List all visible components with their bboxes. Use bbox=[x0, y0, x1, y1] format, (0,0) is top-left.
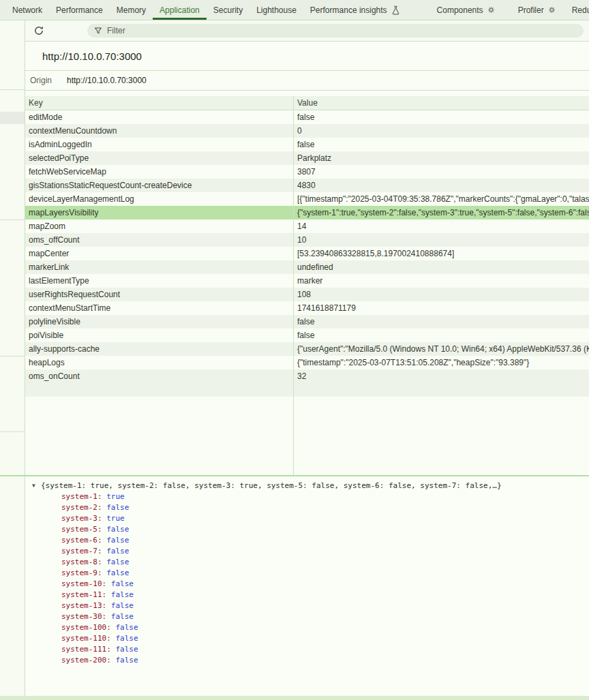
preview-entry[interactable]: system-9: false bbox=[25, 568, 589, 579]
table-row[interactable]: ally-supports-cache{"userAgent":"Mozilla… bbox=[25, 342, 589, 356]
tab-lighthouse[interactable]: Lighthouse bbox=[250, 0, 303, 20]
preview-entry-value: false bbox=[106, 547, 129, 556]
datagrid-rows: editModefalsecontextMenuCountdown0isAdmi… bbox=[25, 110, 589, 397]
table-row[interactable]: userRightsRequestCount108 bbox=[25, 288, 589, 301]
preview-entry[interactable]: system-30: false bbox=[25, 611, 589, 622]
tab-label: Components bbox=[437, 5, 483, 15]
preview-entry[interactable]: system-10: false bbox=[25, 579, 589, 590]
table-row[interactable]: mapLayersVisibility{"system-1":true,"sys… bbox=[25, 206, 589, 219]
preview-entry[interactable]: system-7: false bbox=[25, 546, 589, 557]
table-row[interactable]: isAdminLoggedInfalse bbox=[25, 138, 589, 151]
table-row[interactable]: oms_offCount10 bbox=[25, 233, 589, 247]
preview-entry-key: system-200: bbox=[61, 656, 115, 665]
row-value: false bbox=[293, 329, 589, 342]
preview-entry[interactable]: system-8: false bbox=[25, 557, 589, 568]
row-value: {"userAgent":"Mozilla/5.0 (Windows NT 10… bbox=[293, 342, 589, 356]
devtools-tab-bar: NetworkPerformanceMemoryApplicationSecur… bbox=[0, 0, 589, 20]
preview-entry-value: false bbox=[106, 536, 129, 545]
sidebar-collapsed-gutter[interactable] bbox=[0, 20, 25, 696]
expand-triangle-icon[interactable]: ▼ bbox=[32, 481, 41, 491]
table-row[interactable]: editModefalse bbox=[25, 110, 589, 124]
preview-entry-value: false bbox=[111, 579, 134, 588]
preview-entry[interactable]: system-6: false bbox=[25, 535, 589, 546]
preview-entry-key: system-5: bbox=[61, 525, 106, 534]
row-value: 108 bbox=[293, 288, 589, 301]
column-divider[interactable] bbox=[293, 96, 294, 475]
preview-entry-key: system-3: bbox=[61, 514, 106, 523]
preview-entry[interactable]: system-111: false bbox=[25, 644, 589, 655]
tab-profiler[interactable]: Profiler bbox=[511, 0, 562, 20]
datagrid-header[interactable]: Key Value bbox=[25, 96, 589, 110]
row-key: oms_offCount bbox=[25, 233, 293, 247]
tab-label: Performance insights bbox=[310, 5, 387, 15]
table-row[interactable]: markerLinkundefined bbox=[25, 260, 589, 274]
preview-summary-row[interactable]: ▼{system-1: true, system-2: false, syste… bbox=[25, 481, 589, 491]
tab-label: Network bbox=[12, 5, 42, 15]
value-column-header[interactable]: Value bbox=[293, 96, 589, 110]
refresh-button[interactable] bbox=[31, 23, 46, 38]
preview-entry-key: system-10: bbox=[61, 579, 111, 588]
row-value: 4830 bbox=[293, 179, 589, 192]
row-value: [{"timestamp":"2025-03-04T09:35:38.786Z"… bbox=[293, 192, 589, 206]
row-key: mapZoom bbox=[25, 219, 293, 233]
preview-entry[interactable]: system-5: false bbox=[25, 524, 589, 535]
storage-toolbar: Filter bbox=[25, 20, 589, 42]
gutter-selected-item bbox=[0, 112, 25, 124]
table-row[interactable]: oms_onCount32 bbox=[25, 369, 589, 383]
table-row[interactable]: deviceLayerManagementLog[{"timestamp":"2… bbox=[25, 192, 589, 206]
row-key: lastElementType bbox=[25, 274, 293, 288]
preview-entry[interactable]: system-1: true bbox=[25, 491, 589, 502]
row-value: 3807 bbox=[293, 165, 589, 179]
preview-entry[interactable]: system-110: false bbox=[25, 633, 589, 644]
table-row[interactable]: contextMenuStartTime1741618871179 bbox=[25, 301, 589, 315]
table-row[interactable]: selectedPoiTypeParkplatz bbox=[25, 151, 589, 165]
preview-entry-key: system-6: bbox=[61, 536, 106, 545]
row-key: ally-supports-cache bbox=[25, 342, 293, 356]
preview-entry-key: system-7: bbox=[61, 547, 106, 556]
preview-entry-value: false bbox=[111, 601, 134, 610]
origin-value: http://10.10.0.70:3000 bbox=[67, 76, 147, 85]
tab-network[interactable]: Network bbox=[5, 0, 49, 20]
gutter-divider bbox=[0, 89, 25, 90]
tab-application[interactable]: Application bbox=[153, 0, 207, 20]
tab-performance-insights[interactable]: Performance insights bbox=[303, 0, 407, 20]
gutter-divider bbox=[0, 356, 25, 356]
row-value: undefined bbox=[293, 260, 589, 274]
table-row[interactable]: lastElementTypemarker bbox=[25, 274, 589, 288]
preview-entry[interactable]: system-3: true bbox=[25, 513, 589, 524]
tab-label: Performance bbox=[56, 5, 103, 15]
tab-performance[interactable]: Performance bbox=[49, 0, 110, 20]
tab-label: Profiler bbox=[518, 5, 544, 15]
row-value: Parkplatz bbox=[293, 151, 589, 165]
row-key: contextMenuStartTime bbox=[25, 301, 293, 315]
table-row[interactable]: fetchWebServiceMap3807 bbox=[25, 165, 589, 179]
row-value: {"timestamp":"2025-03-07T13:51:05.208Z",… bbox=[293, 356, 589, 369]
preview-entry[interactable]: system-2: false bbox=[25, 502, 589, 513]
table-row[interactable]: poiVisiblefalse bbox=[25, 329, 589, 342]
tab-memory[interactable]: Memory bbox=[110, 0, 153, 20]
preview-entry-key: system-100: bbox=[61, 623, 115, 632]
tab-redux[interactable]: Redux bbox=[565, 0, 589, 20]
preview-entry-value: false bbox=[106, 503, 129, 512]
table-row[interactable]: polylineVisiblefalse bbox=[25, 315, 589, 329]
tab-components[interactable]: Components bbox=[430, 0, 502, 20]
preview-entry[interactable]: system-13: false bbox=[25, 600, 589, 611]
key-column-header[interactable]: Key bbox=[25, 96, 293, 110]
table-row[interactable]: contextMenuCountdown0 bbox=[25, 124, 589, 138]
preview-entry[interactable]: system-11: false bbox=[25, 590, 589, 600]
filter-input[interactable]: Filter bbox=[87, 24, 584, 37]
table-row[interactable]: mapZoom14 bbox=[25, 219, 589, 233]
row-value: {"system-1":true,"system-2":false,"syste… bbox=[293, 206, 589, 219]
row-key: userRightsRequestCount bbox=[25, 288, 293, 301]
refresh-icon bbox=[33, 25, 44, 36]
preview-entry[interactable]: system-200: false bbox=[25, 655, 589, 666]
gear-icon bbox=[487, 6, 495, 14]
preview-summary-text: {system-1: true, system-2: false, system… bbox=[41, 481, 502, 490]
table-row[interactable]: heapLogs{"timestamp":"2025-03-07T13:51:0… bbox=[25, 356, 589, 369]
empty-filler-row bbox=[25, 383, 589, 397]
table-row[interactable]: mapCenter[53.23940863328815,8.1970024108… bbox=[25, 247, 589, 260]
preview-entry[interactable]: system-100: false bbox=[25, 622, 589, 633]
table-row[interactable]: gisStationsStaticRequestCount-createDevi… bbox=[25, 179, 589, 192]
tab-security[interactable]: Security bbox=[207, 0, 250, 20]
row-value: 10 bbox=[293, 233, 589, 247]
